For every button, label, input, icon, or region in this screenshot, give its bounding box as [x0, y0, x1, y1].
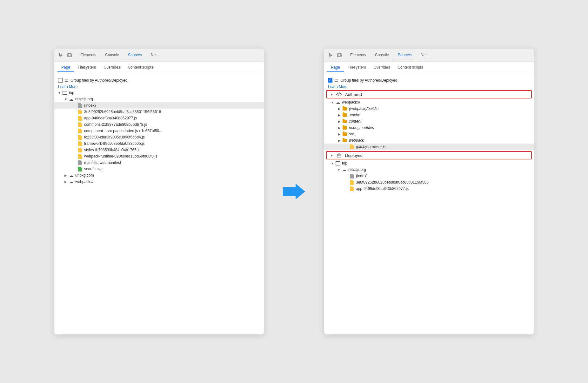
file-icon-2-deployed: [349, 186, 355, 191]
label-file5: fc233f00-cba3d9005c3896f6d5d4.js: [84, 135, 145, 139]
expand-top[interactable]: [57, 91, 62, 95]
tab-sources-right[interactable]: Sources: [393, 50, 416, 60]
expand-cache[interactable]: [337, 113, 342, 117]
expand-unpkg[interactable]: [63, 174, 68, 177]
tree-item-file1[interactable]: 3e8f09252b6028beb8baf8cc63801156f58616: [54, 109, 264, 115]
sub-tab-page-left[interactable]: Page: [57, 63, 74, 72]
tree-item-file7[interactable]: styles-fb708593b484b04b1765.js: [54, 147, 264, 153]
tree-item-file8[interactable]: webpack-runtime-090f00ed13bd69fd80f0.js: [54, 153, 264, 159]
label-file7: styles-fb708593b484b04b1765.js: [84, 148, 140, 152]
label-gatsby: gatsby-browser.js: [356, 144, 386, 149]
tree-item-cache[interactable]: .cache: [324, 112, 534, 118]
tree-item-src[interactable]: src: [324, 131, 534, 137]
left-learn-more[interactable]: Learn More: [54, 84, 264, 90]
label-index: (index): [84, 103, 96, 108]
cloud-icon-reactjs: ☁: [68, 97, 74, 102]
tree-item-index-deployed[interactable]: (index): [324, 173, 534, 179]
sub-tab-filesystem-right[interactable]: Filesystem: [344, 63, 370, 72]
tree-item-file4[interactable]: component---src-pages-index-js-e1c657bf5…: [54, 128, 264, 134]
authored-label: Authored: [345, 92, 362, 97]
right-group-label: Group files by Authored/Deployed: [340, 78, 397, 83]
tree-item-top-deployed[interactable]: top: [324, 160, 534, 166]
tree-item-reactjs-deployed[interactable]: ☁ reactjs.org: [324, 166, 534, 173]
right-group-checkbox[interactable]: [328, 78, 332, 83]
sub-tab-contentscripts-right[interactable]: Content scripts: [394, 63, 427, 72]
label-top-deployed: top: [342, 161, 347, 165]
sub-tab-filesystem-left[interactable]: Filesystem: [74, 63, 100, 72]
tree-item-webpack-left[interactable]: ☁ webpack://: [54, 178, 264, 185]
tree-item-reactjs[interactable]: ☁ reactjs.org: [54, 96, 264, 102]
label-file8: webpack-runtime-090f00ed13bd69fd80f0.js: [84, 154, 157, 158]
tree-item-file3[interactable]: commons-21f8977ade868b5bdb78.js: [54, 121, 264, 128]
file-icon-7: [77, 147, 83, 152]
folder-icon-cache: [342, 112, 348, 118]
tree-item-unpkg[interactable]: ☁ unpkg.com: [54, 172, 264, 178]
tree-item-file6[interactable]: framework-ff9c508ebfda0f33cb0b.js: [54, 140, 264, 147]
tree-item-index[interactable]: (index): [54, 102, 264, 109]
tab-network-left[interactable]: Ne...: [146, 50, 163, 60]
tree-item-search[interactable]: search.svg: [54, 166, 264, 172]
left-group-row: 🜲 Group files by Authored/Deployed: [54, 77, 264, 84]
tree-item-top[interactable]: top: [54, 90, 264, 96]
tab-network-right[interactable]: Ne...: [416, 50, 433, 60]
direction-arrow: [283, 184, 305, 199]
tab-console-left[interactable]: Console: [101, 50, 124, 60]
expand-nodemodules[interactable]: [337, 126, 342, 130]
svg-marker-2: [283, 184, 305, 199]
tree-item-file5[interactable]: fc233f00-cba3d9005c3896f6d5d4.js: [54, 134, 264, 140]
expand-deployed[interactable]: [329, 154, 334, 157]
label-file2: app-9466def3ba340b862977.js: [84, 116, 137, 120]
tree-item-manifest[interactable]: manifest.webmanifest: [54, 159, 264, 166]
tree-item-content[interactable]: content: [324, 118, 534, 124]
expand-authored[interactable]: [329, 93, 334, 96]
tree-item-buildin[interactable]: (webpack)/buildin: [324, 105, 534, 112]
tree-item-gatsby[interactable]: gatsby-browser.js: [324, 144, 534, 150]
right-toolbar: Elements Console Sources Ne...: [324, 49, 534, 62]
tab-elements-left[interactable]: Elements: [76, 50, 101, 60]
expand-content[interactable]: [337, 120, 342, 123]
cursor-icon[interactable]: [57, 52, 64, 58]
file-icon-2: [77, 116, 83, 121]
left-group-checkbox[interactable]: [58, 78, 63, 83]
tree-item-file1-deployed[interactable]: 3e8f09252b6028beb8baf8cc63801156f586: [324, 179, 534, 185]
sub-tab-contentscripts-left[interactable]: Content scripts: [124, 63, 157, 72]
cloud-icon-unpkg: ☁: [68, 173, 74, 178]
layers-icon-right[interactable]: [336, 52, 343, 58]
expand-webpack-authored[interactable]: [330, 101, 335, 104]
expand-webpack-left[interactable]: [63, 180, 68, 184]
tab-sources-left[interactable]: Sources: [124, 50, 146, 60]
sub-tab-overrides-right[interactable]: Overrides: [370, 63, 394, 72]
label-file2-deployed: app-9466def3ba340b862977.js: [356, 186, 409, 191]
expand-buildin[interactable]: [337, 107, 342, 111]
sub-tab-page-right[interactable]: Page: [327, 63, 344, 72]
right-learn-more[interactable]: Learn More: [324, 84, 534, 90]
file-icon-1-deployed: [349, 180, 355, 185]
right-group-row: 🜲 Group files by Authored/Deployed: [324, 77, 534, 84]
folder-icon-nodemodules: [342, 125, 348, 130]
tree-item-webpack-authored[interactable]: ☁ webpack://: [324, 99, 534, 105]
expand-top-deployed[interactable]: [330, 162, 335, 165]
expand-reactjs[interactable]: [63, 97, 68, 101]
svg-rect-5: [337, 154, 341, 157]
layers-icon[interactable]: [66, 52, 73, 58]
label-unpkg: unpkg.com: [75, 173, 94, 178]
right-funnel-icon: 🜲: [334, 78, 338, 83]
tree-item-file2-deployed[interactable]: app-9466def3ba340b862977.js: [324, 185, 534, 192]
label-file1-deployed: 3e8f09252b6028beb8baf8cc63801156f586: [356, 180, 429, 185]
tree-item-webpack-folder[interactable]: webpack: [324, 137, 534, 144]
cursor-icon-right[interactable]: [327, 52, 334, 58]
tab-console-right[interactable]: Console: [371, 50, 393, 60]
tab-elements-right[interactable]: Elements: [346, 50, 371, 60]
tree-item-file2[interactable]: app-9466def3ba340b862977.js: [54, 115, 264, 121]
authored-section-header[interactable]: </> Authored: [326, 90, 532, 98]
sub-tab-overrides-left[interactable]: Overrides: [100, 63, 124, 72]
expand-webpack-folder[interactable]: [337, 139, 342, 142]
expand-src[interactable]: [337, 132, 342, 136]
deployed-section-header[interactable]: Deployed: [326, 151, 532, 159]
expand-reactjs-deployed[interactable]: [336, 168, 341, 171]
file-icon-index-deployed: [349, 173, 355, 178]
label-search: search.svg: [84, 167, 103, 171]
frame-icon-top: [62, 90, 68, 95]
right-tab-bar: Elements Console Sources Ne...: [346, 50, 531, 60]
tree-item-nodemodules[interactable]: node_modules: [324, 124, 534, 131]
